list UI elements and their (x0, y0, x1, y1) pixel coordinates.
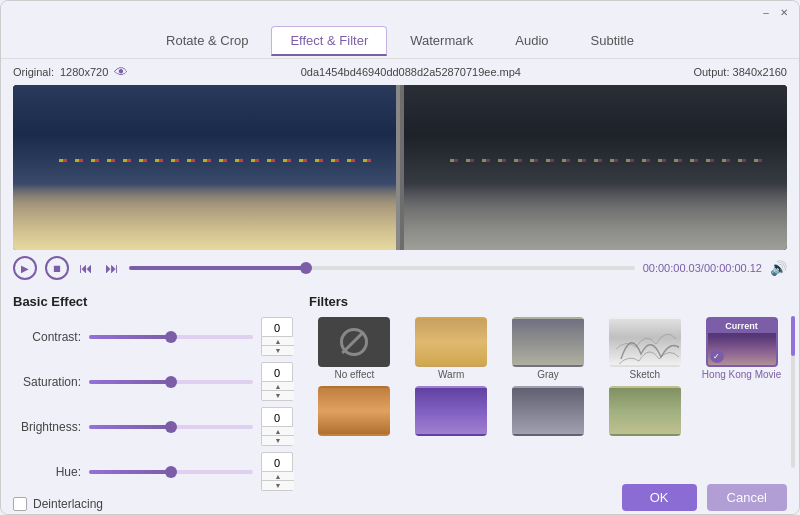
filter-label-hong-kong: Hong Kong Movie (702, 369, 782, 380)
contrast-slider[interactable] (89, 335, 253, 339)
filter-thumb-row2-4 (609, 386, 681, 436)
minimize-button[interactable]: – (759, 5, 773, 19)
saturation-spinners: ▲ ▼ (261, 382, 293, 401)
filter-gray[interactable]: Gray (503, 317, 594, 380)
saturation-up[interactable]: ▲ (262, 382, 294, 391)
tab-subtitle[interactable]: Subtitle (572, 26, 653, 55)
filter-thumb-row2-1 (318, 386, 390, 436)
saturation-thumb[interactable] (165, 376, 177, 388)
filter-row2-1[interactable] (309, 386, 400, 438)
brightness-thumb[interactable] (165, 421, 177, 433)
contrast-down[interactable]: ▼ (262, 346, 294, 355)
filters-title: Filters (309, 294, 787, 309)
contrast-value-wrap: 0 ▲ ▼ (261, 317, 293, 356)
hue-value[interactable]: 0 (261, 452, 293, 472)
output-info: Output: 3840x2160 (693, 66, 787, 78)
lights-strip (51, 159, 377, 162)
output-resolution: 3840x2160 (733, 66, 787, 78)
play-icon: ▶ (21, 263, 29, 274)
current-badge: Current (725, 321, 758, 331)
brightness-up[interactable]: ▲ (262, 427, 294, 436)
filter-sketch[interactable]: Sketch (599, 317, 690, 380)
filter-row2-4[interactable] (599, 386, 690, 438)
filters-scrollbar[interactable] (791, 316, 795, 468)
saturation-row: Saturation: 0 ▲ ▼ (13, 362, 293, 401)
eye-icon[interactable]: 👁 (114, 64, 128, 80)
filter-label-warm: Warm (438, 369, 464, 380)
time-current: 00:00:00.03 (643, 262, 701, 274)
filter-hong-kong-movie[interactable]: Current ✓ Hong Kong Movie (696, 317, 787, 380)
basic-effect-title: Basic Effect (13, 294, 293, 309)
filters-wrapper: Filters No effect Warm Gray (309, 294, 787, 468)
contrast-value[interactable]: 0 (261, 317, 293, 337)
hue-down[interactable]: ▼ (262, 481, 294, 490)
filters-scroll-thumb[interactable] (791, 316, 795, 356)
tab-bar: Rotate & Crop Effect & Filter Watermark … (1, 23, 799, 59)
brightness-label: Brightness: (13, 420, 81, 434)
progress-thumb[interactable] (300, 262, 312, 274)
tab-watermark[interactable]: Watermark (391, 26, 492, 55)
cancel-button[interactable]: Cancel (707, 484, 787, 511)
tab-rotate-crop[interactable]: Rotate & Crop (147, 26, 267, 55)
brightness-spinners: ▲ ▼ (261, 427, 293, 446)
filter-thumb-gray (512, 317, 584, 367)
filter-thumb-row2-3 (512, 386, 584, 436)
hue-up[interactable]: ▲ (262, 472, 294, 481)
output-label: Output: (693, 66, 729, 78)
titlebar: – ✕ (1, 1, 799, 23)
contrast-label: Contrast: (13, 330, 81, 344)
progress-bar[interactable] (129, 266, 635, 270)
filters-panel: Filters No effect Warm Gray (309, 294, 787, 438)
filter-thumb-sketch (609, 317, 681, 367)
filter-row2-3[interactable] (503, 386, 594, 438)
saturation-value[interactable]: 0 (261, 362, 293, 382)
next-button[interactable]: ⏭ (103, 259, 121, 277)
brightness-slider[interactable] (89, 425, 253, 429)
time-total: 00:00:00.12 (704, 262, 762, 274)
prev-button[interactable]: ⏮ (77, 259, 95, 277)
lights-strip-right (442, 159, 768, 162)
saturation-down[interactable]: ▼ (262, 391, 294, 400)
hue-row: Hue: 0 ▲ ▼ (13, 452, 293, 491)
tab-audio[interactable]: Audio (496, 26, 567, 55)
tab-effect-filter[interactable]: Effect & Filter (271, 26, 387, 56)
deinterlace-row: Deinterlacing (13, 497, 293, 511)
sketch-svg (611, 319, 681, 367)
brightness-down[interactable]: ▼ (262, 436, 294, 445)
close-button[interactable]: ✕ (777, 5, 791, 19)
original-resolution: 1280x720 (60, 66, 108, 78)
deinterlace-checkbox[interactable] (13, 497, 27, 511)
brightness-fill (89, 425, 171, 429)
filter-label-gray: Gray (537, 369, 559, 380)
info-bar: Original: 1280x720 👁 0da1454bd46940dd088… (1, 59, 799, 85)
filter-no-effect[interactable]: No effect (309, 317, 400, 380)
filter-label-no-effect: No effect (334, 369, 374, 380)
play-button[interactable]: ▶ (13, 256, 37, 280)
saturation-fill (89, 380, 171, 384)
stop-button[interactable]: ⏹ (45, 256, 69, 280)
contrast-up[interactable]: ▲ (262, 337, 294, 346)
hue-spinners: ▲ ▼ (261, 472, 293, 491)
filter-warm[interactable]: Warm (406, 317, 497, 380)
hue-thumb[interactable] (165, 466, 177, 478)
filename: 0da1454bd46940dd088d2a52870719ee.mp4 (301, 66, 521, 78)
saturation-label: Saturation: (13, 375, 81, 389)
filters-grid: No effect Warm Gray (309, 317, 787, 438)
contrast-fill (89, 335, 171, 339)
volume-icon[interactable]: 🔊 (770, 260, 787, 276)
hue-value-wrap: 0 ▲ ▼ (261, 452, 293, 491)
progress-fill (129, 266, 306, 270)
original-label: Original: (13, 66, 54, 78)
selected-checkmark: ✓ (710, 349, 724, 363)
ok-button[interactable]: OK (622, 484, 697, 511)
filter-thumb-row2-2 (415, 386, 487, 436)
saturation-slider[interactable] (89, 380, 253, 384)
brightness-value[interactable]: 0 (261, 407, 293, 427)
contrast-thumb[interactable] (165, 331, 177, 343)
hue-slider[interactable] (89, 470, 253, 474)
video-area (13, 85, 787, 250)
playback-controls: ▶ ⏹ ⏮ ⏭ 00:00:00.03/00:00:00.12 🔊 (1, 250, 799, 286)
filter-thumb-current: Current ✓ (706, 317, 778, 367)
time-display: 00:00:00.03/00:00:00.12 (643, 262, 762, 274)
filter-row2-2[interactable] (406, 386, 497, 438)
